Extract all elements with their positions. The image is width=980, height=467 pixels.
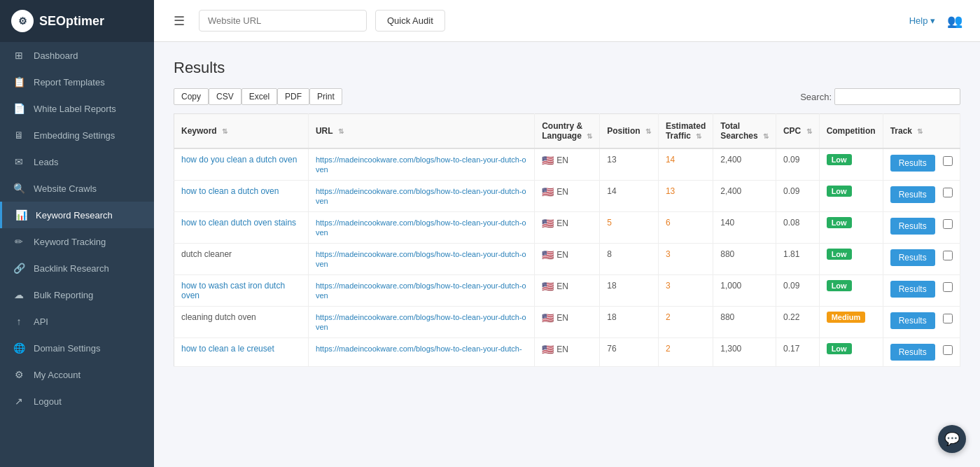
sidebar-icon-bulk-reporting: ☁ (13, 289, 25, 300)
sidebar-icon-api: ↑ (13, 316, 25, 327)
cell-cpc-2: 0.08 (776, 212, 819, 244)
cell-competition-2: Low (819, 212, 883, 244)
sidebar-item-white-label-reports[interactable]: 📄 White Label Reports (0, 95, 154, 122)
sidebar-item-api[interactable]: ↑ API (0, 308, 154, 335)
page-title: Results (174, 59, 960, 77)
track-checkbox-6[interactable] (943, 345, 953, 355)
sidebar-icon-dashboard: ⊞ (13, 50, 25, 61)
url-text-6: https://madeincookware.com/blogs/how-to-… (316, 344, 522, 353)
sidebar-item-domain-settings[interactable]: 🌐 Domain Settings (0, 335, 154, 361)
sidebar-label-dashboard: Dashboard (34, 50, 78, 61)
cell-position-0: 13 (600, 148, 659, 181)
cell-keyword-5: cleaning dutch oven (174, 307, 309, 338)
results-button-0[interactable]: Results (890, 155, 935, 172)
users-icon[interactable]: 👥 (944, 10, 966, 32)
sidebar-item-dashboard[interactable]: ⊞ Dashboard (0, 42, 154, 69)
sidebar-label-website-crawls: Website Crawls (34, 183, 97, 194)
cell-track-2: Results (883, 212, 960, 244)
hamburger-button[interactable]: ☰ (168, 11, 190, 32)
traffic-val-2: 6 (666, 218, 671, 228)
lang-3: EN (556, 250, 568, 260)
sidebar-item-backlink-research[interactable]: 🔗 Backlink Research (0, 255, 154, 281)
col-country-language: Country &Language ⇅ (535, 114, 600, 149)
sidebar-item-bulk-reporting[interactable]: ☁ Bulk Reporting (0, 281, 154, 308)
results-button-5[interactable]: Results (890, 312, 935, 329)
cell-traffic-1: 13 (658, 181, 713, 212)
keyword-link-0[interactable]: how do you clean a dutch oven (181, 155, 297, 165)
url-input[interactable] (199, 10, 367, 32)
export-btn-excel[interactable]: Excel (241, 88, 277, 105)
cell-url-5: https://madeincookware.com/blogs/how-to-… (308, 307, 534, 338)
cell-searches-0: 2,400 (713, 148, 776, 181)
table-row: dutch cleanerhttps://madeincookware.com/… (174, 244, 960, 275)
cell-traffic-3: 3 (658, 244, 713, 275)
quick-audit-button[interactable]: Quick Audit (375, 10, 445, 32)
sidebar-item-website-crawls[interactable]: 🔍 Website Crawls (0, 175, 154, 202)
export-btn-print[interactable]: Print (309, 88, 342, 105)
keyword-link-6[interactable]: how to clean a le creuset (181, 344, 274, 354)
competition-badge-0: Low (827, 154, 852, 165)
position-val-2: 5 (607, 218, 612, 228)
competition-badge-3: Low (827, 249, 852, 260)
track-checkbox-3[interactable] (943, 251, 953, 260)
cell-keyword-6: how to clean a le creuset (174, 338, 309, 367)
track-checkbox-0[interactable] (943, 156, 953, 166)
results-button-4[interactable]: Results (890, 281, 935, 298)
results-button-2[interactable]: Results (890, 218, 935, 235)
cell-url-3: https://madeincookware.com/blogs/how-to-… (308, 244, 534, 275)
cell-searches-1: 2,400 (713, 181, 776, 212)
position-val-3: 8 (607, 249, 612, 259)
table-row: how to clean dutch oven stainshttps://ma… (174, 212, 960, 244)
cell-position-4: 18 (600, 275, 659, 307)
logo-icon: ⚙ (11, 10, 34, 32)
header: ☰ Quick Audit Help ▾ 👥 (154, 0, 980, 42)
flag-3: 🇺🇸 (542, 249, 554, 260)
export-btn-pdf[interactable]: PDF (277, 88, 309, 105)
competition-badge-2: Low (827, 217, 852, 228)
cell-url-1: https://madeincookware.com/blogs/how-to-… (308, 181, 534, 212)
sidebar-item-my-account[interactable]: ⚙ My Account (0, 361, 154, 388)
url-text-4: https://madeincookware.com/blogs/how-to-… (316, 281, 526, 300)
sidebar-icon-domain-settings: 🌐 (13, 342, 25, 354)
cell-competition-1: Low (819, 181, 883, 212)
main-content: ☰ Quick Audit Help ▾ 👥 Results CopyCSVEx… (154, 0, 980, 467)
sidebar-item-leads[interactable]: ✉ Leads (0, 148, 154, 175)
lang-2: EN (556, 218, 568, 228)
keyword-link-1[interactable]: how to clean a dutch oven (181, 186, 279, 196)
col-track: Track ⇅ (883, 114, 960, 149)
sidebar-item-logout[interactable]: ↗ Logout (0, 388, 154, 414)
sidebar-item-embedding-settings[interactable]: 🖥 Embedding Settings (0, 122, 154, 148)
help-button[interactable]: Help ▾ (909, 15, 935, 26)
search-input[interactable] (834, 88, 960, 105)
cell-searches-6: 1,300 (713, 338, 776, 367)
traffic-val-3: 3 (666, 249, 671, 259)
results-button-3[interactable]: Results (890, 249, 935, 266)
table-row: how do you clean a dutch ovenhttps://mad… (174, 148, 960, 181)
keyword-link-4[interactable]: how to wash cast iron dutch oven (181, 281, 285, 300)
sidebar-icon-white-label-reports: 📄 (13, 103, 25, 114)
sidebar-label-report-templates: Report Templates (34, 77, 105, 88)
sidebar-item-report-templates[interactable]: 📋 Report Templates (0, 69, 154, 95)
sidebar-item-keyword-research[interactable]: 📊 Keyword Research (0, 202, 154, 228)
cell-track-6: Results (883, 338, 960, 367)
track-checkbox-5[interactable] (943, 314, 953, 323)
track-checkbox-4[interactable] (943, 282, 953, 292)
chat-bubble[interactable]: 💬 (938, 425, 966, 453)
keyword-link-2[interactable]: how to clean dutch oven stains (181, 218, 296, 228)
table-row: how to clean a le creusethttps://madeinc… (174, 338, 960, 367)
sidebar-icon-report-templates: 📋 (13, 76, 25, 88)
sidebar-item-keyword-tracking[interactable]: ✏ Keyword Tracking (0, 228, 154, 255)
results-button-6[interactable]: Results (890, 344, 935, 361)
cell-country-5: 🇺🇸 EN (535, 307, 600, 338)
track-checkbox-1[interactable] (943, 188, 953, 197)
track-checkbox-2[interactable] (943, 219, 953, 229)
col-competition: Competition (819, 114, 883, 149)
cell-cpc-1: 0.09 (776, 181, 819, 212)
table-header-row: Keyword ⇅ URL ⇅ Country &Language ⇅ Posi… (174, 114, 960, 149)
export-btn-copy[interactable]: Copy (174, 88, 209, 105)
sidebar-label-logout: Logout (34, 396, 62, 407)
results-table: Keyword ⇅ URL ⇅ Country &Language ⇅ Posi… (174, 113, 960, 367)
flag-2: 🇺🇸 (542, 218, 554, 229)
export-btn-csv[interactable]: CSV (209, 88, 241, 105)
results-button-1[interactable]: Results (890, 186, 935, 203)
